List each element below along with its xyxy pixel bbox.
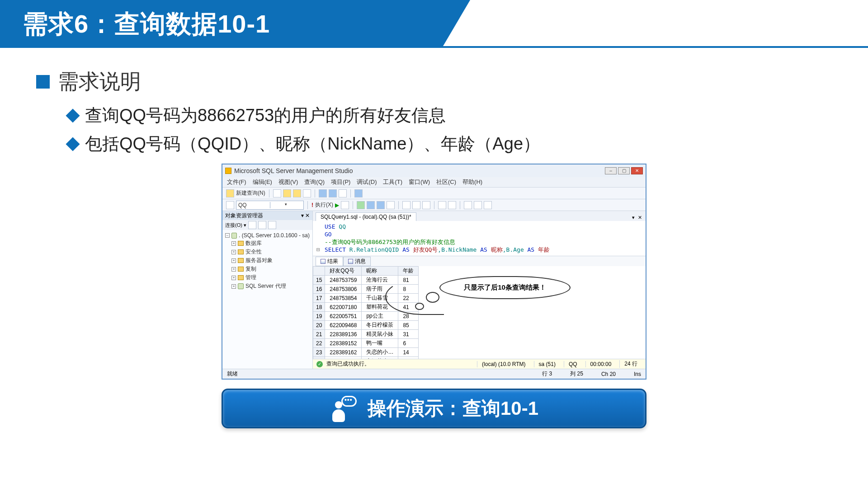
explorer-toolbar: 连接(O) ▾ (222, 220, 312, 230)
menu-window[interactable]: 窗口(W) (409, 178, 430, 186)
table-row[interactable]: 24248623971永绿草皮22 (313, 357, 419, 359)
maximize-button[interactable]: ▢ (618, 167, 630, 174)
sql-editor[interactable]: USE QQ GO --查询QQ号码为88662753的用户的所有好友信息 ⊟S… (313, 221, 646, 256)
explorer-title-bar: 对象资源管理器 ▾ ✕ (222, 211, 312, 220)
ssms-titlebar: Microsoft SQL Server Management Studio –… (222, 164, 646, 177)
diamond-bullet-icon (66, 108, 80, 122)
folder-icon (238, 241, 244, 246)
new-query-button[interactable]: 新建查询(N) (236, 189, 265, 197)
grid-result-icon[interactable] (402, 201, 410, 209)
title-underline (0, 46, 868, 48)
status-col: 列 25 (570, 370, 583, 378)
menu-bar[interactable]: 文件(F) 编辑(E) 视图(V) 查询(Q) 项目(P) 调试(D) 工具(T… (222, 177, 646, 187)
open-icon[interactable] (273, 189, 281, 197)
diamond-bullet-icon (66, 137, 80, 151)
tree-node[interactable]: +管理 (231, 273, 310, 282)
ssms-window: Microsoft SQL Server Management Studio –… (222, 164, 646, 380)
execute-button[interactable]: 执行(X) (315, 201, 333, 209)
plan2-icon[interactable] (377, 201, 385, 209)
table-row[interactable]: 21228389136精灵鼠小妹31 (313, 330, 419, 339)
messages-tab[interactable]: 消息 (343, 257, 371, 266)
explorer-close-icon[interactable]: ▾ ✕ (301, 212, 310, 219)
window-buttons: – ▢ ✕ (605, 167, 643, 174)
explorer-title: 对象资源管理器 (225, 212, 263, 220)
demo-button[interactable]: 操作演示：查询10-1 (222, 389, 646, 428)
status-ready: 就绪 (227, 370, 238, 378)
menu-community[interactable]: 社区(C) (436, 178, 456, 186)
tree-node[interactable]: +SQL Server 代理 (231, 282, 310, 291)
explorer-tree[interactable]: –. (SQL Server 10.0.1600 - sa) +数据库 +安全性… (222, 230, 312, 369)
indent-icon[interactable] (464, 201, 472, 209)
menu-help[interactable]: 帮助(H) (462, 178, 482, 186)
text-result-icon[interactable] (412, 201, 420, 209)
comment-icon[interactable] (438, 201, 446, 209)
menu-edit[interactable]: 编辑(E) (253, 178, 272, 186)
query-status-bar: ✓ 查询已成功执行。 (local) (10.0 RTM) sa (51) QQ… (313, 359, 646, 369)
folder2-icon[interactable] (293, 189, 301, 197)
execute-marker-icon: ! (311, 202, 313, 208)
tool4-icon[interactable] (354, 189, 363, 197)
tree-node[interactable]: +服务器对象 (231, 256, 310, 265)
slide-title: 需求6：查询数据10-1 (23, 7, 270, 42)
parse-icon[interactable] (357, 201, 365, 209)
opt-icon[interactable] (387, 201, 395, 209)
db-icon (226, 201, 234, 209)
outdent-icon[interactable] (474, 201, 482, 209)
col-age: 年龄 (398, 267, 419, 276)
close-button[interactable]: ✕ (631, 167, 643, 174)
menu-view[interactable]: 视图(V) (278, 178, 298, 186)
tab-dropdown-icon[interactable]: ▾ (630, 215, 637, 221)
stop-icon[interactable] (341, 201, 349, 209)
new-query-icon[interactable] (226, 189, 234, 197)
tree-root[interactable]: –. (SQL Server 10.0.1600 - sa) (225, 232, 310, 239)
save-icon[interactable] (303, 189, 311, 197)
editor-area: SQLQuery1.sql - (local).QQ (sa (51))* ▾ … (313, 211, 646, 369)
filter-icon[interactable] (258, 221, 266, 229)
menu-file[interactable]: 文件(F) (227, 178, 246, 186)
misc-icon[interactable] (484, 201, 492, 209)
refresh-icon[interactable] (248, 221, 256, 229)
table-row[interactable]: 20622009468冬日柠檬茶85 (313, 321, 419, 330)
table-row[interactable]: 23228389162失恋的小…14 (313, 348, 419, 357)
menu-project[interactable]: 项目(P) (331, 178, 350, 186)
menu-tools[interactable]: 工具(T) (383, 178, 402, 186)
slide-title-bar: 需求6：查询数据10-1 (0, 0, 868, 54)
editor-tabs: SQLQuery1.sql - (local).QQ (sa (51))* ▾ … (313, 211, 646, 221)
demo-button-label: 操作演示：查询10-1 (368, 396, 538, 421)
tree-node[interactable]: +复制 (231, 265, 310, 273)
app-icon (225, 168, 231, 174)
tool2-icon[interactable] (329, 189, 337, 197)
plan-icon[interactable] (367, 201, 375, 209)
toolbar-main: 新建查询(N) (222, 187, 646, 199)
query-tab[interactable]: SQLQuery1.sql - (local).QQ (sa (51))* (316, 212, 416, 221)
tool3-icon[interactable] (339, 189, 347, 197)
minimize-button[interactable]: – (605, 167, 617, 174)
file-result-icon[interactable] (422, 201, 430, 209)
play-icon[interactable]: ▶ (335, 202, 339, 208)
database-dropdown[interactable]: QQ ▾ (236, 201, 304, 210)
stop2-icon[interactable] (268, 221, 276, 229)
status-user: sa (51) (534, 361, 560, 367)
status-ch: Ch 20 (601, 371, 616, 377)
connect-button[interactable]: 连接(O) ▾ (225, 222, 246, 229)
results-grid-wrap: 好友QQ号 昵称 年龄 15248753759沧海行云8116248753806… (313, 266, 646, 359)
success-icon: ✓ (316, 361, 323, 367)
table-row[interactable]: 19622005751pp公主28 (313, 312, 419, 321)
object-explorer: 对象资源管理器 ▾ ✕ 连接(O) ▾ –. (SQL Server 10.0.… (222, 211, 313, 369)
menu-query[interactable]: 查询(Q) (304, 178, 325, 186)
uncomment-icon[interactable] (448, 201, 456, 209)
bullet-text-1: 查询QQ号码为88662753的用户的所有好友信息 (85, 104, 446, 127)
tree-node[interactable]: +数据库 (231, 239, 310, 248)
results-tab[interactable]: 结果 (316, 257, 343, 266)
tree-node[interactable]: +安全性 (231, 248, 310, 256)
table-row[interactable]: 22228389152鸭一嘴6 (313, 339, 419, 348)
toolbar-query: QQ ▾ ! 执行(X) ▶ (222, 199, 646, 211)
bullet-row-2: 包括QQ号码（QQID）、昵称（NickName）、年龄（Age） (68, 132, 832, 155)
square-bullet-icon (36, 75, 50, 89)
grid-header-row: 好友QQ号 昵称 年龄 (313, 267, 419, 276)
tool-icon[interactable] (319, 189, 327, 197)
folder-icon (238, 258, 244, 263)
menu-debug[interactable]: 调试(D) (357, 178, 377, 186)
folder-icon[interactable] (283, 189, 291, 197)
tab-close-icon[interactable]: ✕ (637, 215, 643, 221)
